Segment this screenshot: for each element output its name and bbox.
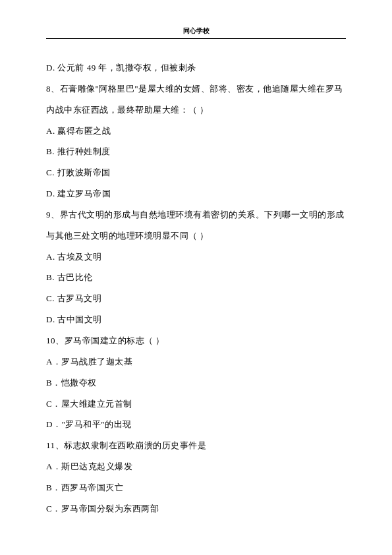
option-d-q9: D. 古中国文明	[46, 309, 346, 330]
option-d-q8: D. 建立罗马帝国	[46, 183, 346, 204]
question-text: 标志奴隶制在西欧崩溃的历史事件是	[64, 440, 206, 450]
page-header: 同心学校	[46, 26, 346, 39]
option-b-q8: B. 推行种姓制度	[46, 141, 346, 162]
question-number: 8	[46, 84, 60, 94]
option-c-q8: C. 打败波斯帝国	[46, 162, 346, 183]
question-text: 石膏雕像"阿格里巴"是屋大维的女婿、部将、密友，他追随屋大维在罗马内战中东征西战…	[46, 84, 343, 115]
question-text: 罗马帝国建立的标志（ ）	[65, 336, 165, 345]
question-number: 9	[46, 210, 60, 219]
option-a-q8: A. 赢得布匿之战	[46, 121, 346, 142]
option-b-q11: B．西罗马帝国灭亡	[46, 477, 346, 498]
question-9: 9界古代文明的形成与自然地理环境有着密切的关系。下列哪一文明的形成与其他三处文明…	[46, 204, 346, 247]
option-d-q10: D．"罗马和平"的出现	[46, 414, 346, 435]
question-text: 界古代文明的形成与自然地理环境有着密切的关系。下列哪一文明的形成与其他三处文明的…	[46, 210, 345, 241]
option-c-q11: C．罗马帝国分裂为东西两部	[46, 498, 346, 519]
question-8: 8石膏雕像"阿格里巴"是屋大维的女婿、部将、密友，他追随屋大维在罗马内战中东征西…	[46, 78, 346, 121]
option-b-q10: B．恺撒夺权	[46, 372, 346, 394]
question-11: 11标志奴隶制在西欧崩溃的历史事件是	[46, 435, 346, 456]
option-a-q9: A. 古埃及文明	[46, 247, 346, 268]
question-number: 11	[46, 440, 64, 450]
option-c-q9: C. 古罗马文明	[46, 288, 346, 309]
option-b-q9: B. 古巴比伦	[46, 267, 346, 288]
option-a-q10: A．罗马战胜了迦太基	[46, 351, 346, 372]
option-c-q10: C．屋大维建立元首制	[46, 394, 346, 415]
option-d-q7: D. 公元前 49 年，凯撒夺权，但被刺杀	[46, 57, 346, 78]
question-10: 10罗马帝国建立的标志（ ）	[46, 330, 346, 351]
option-a-q11: A．斯巴达克起义爆发	[46, 456, 346, 477]
question-number: 10	[46, 336, 65, 345]
